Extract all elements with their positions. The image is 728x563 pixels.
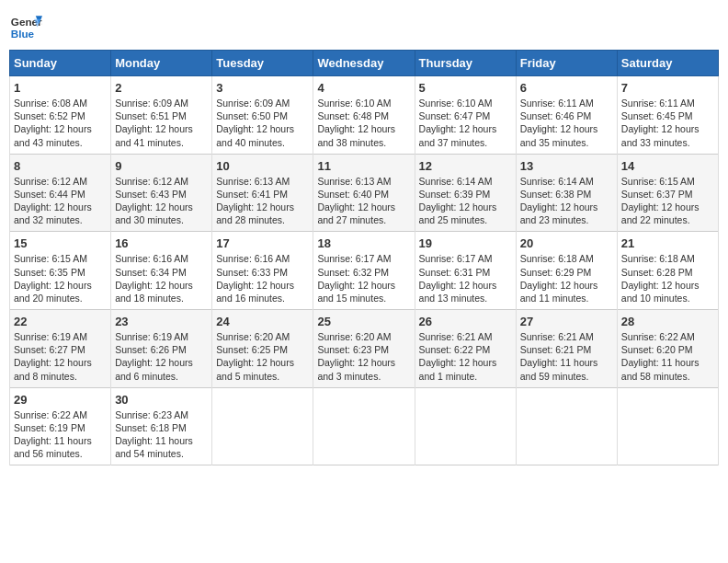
day-info: Sunrise: 6:11 AM Sunset: 6:46 PM Dayligh… [520, 97, 613, 149]
calendar-cell: 25 Sunrise: 6:20 AM Sunset: 6:23 PM Dayl… [313, 310, 415, 388]
day-number: 12 [419, 159, 512, 173]
calendar-table: SundayMondayTuesdayWednesdayThursdayFrid… [9, 50, 719, 465]
calendar-cell: 8 Sunrise: 6:12 AM Sunset: 6:44 PM Dayli… [10, 154, 111, 232]
calendar-week-2: 8 Sunrise: 6:12 AM Sunset: 6:44 PM Dayli… [10, 154, 719, 232]
day-info: Sunrise: 6:20 AM Sunset: 6:25 PM Dayligh… [216, 330, 309, 383]
day-number: 3 [216, 81, 309, 95]
day-info: Sunrise: 6:16 AM Sunset: 6:33 PM Dayligh… [216, 252, 309, 304]
day-number: 26 [419, 315, 512, 328]
weekday-header-saturday: Saturday [617, 51, 718, 76]
day-number: 21 [621, 236, 714, 250]
day-number: 10 [216, 159, 309, 173]
day-number: 18 [317, 236, 410, 250]
day-number: 22 [14, 315, 107, 328]
day-number: 29 [14, 393, 107, 407]
calendar-cell [617, 387, 718, 465]
weekday-header-tuesday: Tuesday [212, 51, 313, 76]
day-info: Sunrise: 6:18 AM Sunset: 6:28 PM Dayligh… [621, 252, 714, 304]
day-info: Sunrise: 6:11 AM Sunset: 6:45 PM Dayligh… [621, 97, 714, 149]
day-info: Sunrise: 6:14 AM Sunset: 6:39 PM Dayligh… [419, 175, 512, 227]
weekday-header-wednesday: Wednesday [313, 51, 415, 76]
calendar-cell: 11 Sunrise: 6:13 AM Sunset: 6:40 PM Dayl… [313, 154, 415, 232]
day-number: 16 [115, 236, 208, 250]
day-info: Sunrise: 6:19 AM Sunset: 6:26 PM Dayligh… [115, 330, 208, 383]
day-number: 23 [115, 315, 208, 328]
calendar-cell [516, 387, 617, 465]
weekday-header-thursday: Thursday [415, 51, 516, 76]
day-info: Sunrise: 6:17 AM Sunset: 6:32 PM Dayligh… [317, 252, 410, 304]
calendar-cell: 12 Sunrise: 6:14 AM Sunset: 6:39 PM Dayl… [415, 154, 516, 232]
day-number: 19 [419, 236, 512, 250]
day-number: 17 [216, 236, 309, 250]
calendar-cell: 18 Sunrise: 6:17 AM Sunset: 6:32 PM Dayl… [313, 232, 415, 310]
calendar-cell: 29 Sunrise: 6:22 AM Sunset: 6:19 PM Dayl… [10, 387, 111, 465]
day-number: 25 [317, 315, 410, 328]
calendar-cell: 6 Sunrise: 6:11 AM Sunset: 6:46 PM Dayli… [516, 76, 617, 155]
weekday-header-monday: Monday [111, 51, 212, 76]
calendar-cell: 19 Sunrise: 6:17 AM Sunset: 6:31 PM Dayl… [415, 232, 516, 310]
calendar-cell: 3 Sunrise: 6:09 AM Sunset: 6:50 PM Dayli… [212, 76, 313, 155]
calendar-cell: 5 Sunrise: 6:10 AM Sunset: 6:47 PM Dayli… [415, 76, 516, 155]
day-info: Sunrise: 6:08 AM Sunset: 6:52 PM Dayligh… [14, 97, 107, 149]
day-info: Sunrise: 6:16 AM Sunset: 6:34 PM Dayligh… [115, 252, 208, 304]
calendar-cell: 28 Sunrise: 6:22 AM Sunset: 6:20 PM Dayl… [617, 310, 718, 388]
calendar-cell [212, 387, 313, 465]
calendar-cell: 27 Sunrise: 6:21 AM Sunset: 6:21 PM Dayl… [516, 310, 617, 388]
day-info: Sunrise: 6:22 AM Sunset: 6:20 PM Dayligh… [621, 330, 714, 383]
day-number: 2 [115, 81, 208, 95]
calendar-week-4: 22 Sunrise: 6:19 AM Sunset: 6:27 PM Dayl… [10, 310, 719, 388]
calendar-cell: 4 Sunrise: 6:10 AM Sunset: 6:48 PM Dayli… [313, 76, 415, 155]
day-number: 8 [14, 159, 107, 173]
day-number: 30 [115, 393, 208, 407]
logo: General Blue [9, 9, 42, 42]
weekday-header-friday: Friday [516, 51, 617, 76]
day-info: Sunrise: 6:18 AM Sunset: 6:29 PM Dayligh… [520, 252, 613, 304]
calendar-cell: 20 Sunrise: 6:18 AM Sunset: 6:29 PM Dayl… [516, 232, 617, 310]
day-info: Sunrise: 6:10 AM Sunset: 6:47 PM Dayligh… [419, 97, 512, 149]
day-info: Sunrise: 6:09 AM Sunset: 6:50 PM Dayligh… [216, 97, 309, 149]
page-header: General Blue [9, 9, 719, 42]
day-number: 14 [621, 159, 714, 173]
calendar-cell [415, 387, 516, 465]
day-number: 4 [317, 81, 410, 95]
calendar-week-1: 1 Sunrise: 6:08 AM Sunset: 6:52 PM Dayli… [10, 76, 719, 155]
calendar-cell: 24 Sunrise: 6:20 AM Sunset: 6:25 PM Dayl… [212, 310, 313, 388]
day-info: Sunrise: 6:12 AM Sunset: 6:43 PM Dayligh… [115, 175, 208, 227]
calendar-cell: 23 Sunrise: 6:19 AM Sunset: 6:26 PM Dayl… [111, 310, 212, 388]
calendar-cell: 9 Sunrise: 6:12 AM Sunset: 6:43 PM Dayli… [111, 154, 212, 232]
svg-text:Blue: Blue [11, 28, 35, 40]
day-number: 13 [520, 159, 613, 173]
day-info: Sunrise: 6:15 AM Sunset: 6:35 PM Dayligh… [14, 252, 107, 304]
day-info: Sunrise: 6:23 AM Sunset: 6:18 PM Dayligh… [115, 408, 208, 461]
calendar-cell: 14 Sunrise: 6:15 AM Sunset: 6:37 PM Dayl… [617, 154, 718, 232]
day-number: 5 [419, 81, 512, 95]
day-info: Sunrise: 6:09 AM Sunset: 6:51 PM Dayligh… [115, 97, 208, 149]
day-number: 24 [216, 315, 309, 328]
day-info: Sunrise: 6:10 AM Sunset: 6:48 PM Dayligh… [317, 97, 410, 149]
calendar-cell: 22 Sunrise: 6:19 AM Sunset: 6:27 PM Dayl… [10, 310, 111, 388]
day-number: 7 [621, 81, 714, 95]
day-info: Sunrise: 6:13 AM Sunset: 6:41 PM Dayligh… [216, 175, 309, 227]
day-info: Sunrise: 6:22 AM Sunset: 6:19 PM Dayligh… [14, 408, 107, 461]
day-info: Sunrise: 6:20 AM Sunset: 6:23 PM Dayligh… [317, 330, 410, 383]
calendar-cell [313, 387, 415, 465]
day-info: Sunrise: 6:21 AM Sunset: 6:22 PM Dayligh… [419, 330, 512, 383]
day-number: 1 [14, 81, 107, 95]
day-info: Sunrise: 6:21 AM Sunset: 6:21 PM Dayligh… [520, 330, 613, 383]
day-number: 28 [621, 315, 714, 328]
day-number: 27 [520, 315, 613, 328]
day-number: 9 [115, 159, 208, 173]
day-number: 6 [520, 81, 613, 95]
day-info: Sunrise: 6:17 AM Sunset: 6:31 PM Dayligh… [419, 252, 512, 304]
day-number: 15 [14, 236, 107, 250]
weekday-header-sunday: Sunday [10, 51, 111, 76]
calendar-cell: 15 Sunrise: 6:15 AM Sunset: 6:35 PM Dayl… [10, 232, 111, 310]
calendar-cell: 21 Sunrise: 6:18 AM Sunset: 6:28 PM Dayl… [617, 232, 718, 310]
day-info: Sunrise: 6:13 AM Sunset: 6:40 PM Dayligh… [317, 175, 410, 227]
logo-icon: General Blue [9, 9, 42, 42]
calendar-cell: 10 Sunrise: 6:13 AM Sunset: 6:41 PM Dayl… [212, 154, 313, 232]
day-number: 11 [317, 159, 410, 173]
calendar-cell: 17 Sunrise: 6:16 AM Sunset: 6:33 PM Dayl… [212, 232, 313, 310]
calendar-week-5: 29 Sunrise: 6:22 AM Sunset: 6:19 PM Dayl… [10, 387, 719, 465]
day-info: Sunrise: 6:19 AM Sunset: 6:27 PM Dayligh… [14, 330, 107, 383]
